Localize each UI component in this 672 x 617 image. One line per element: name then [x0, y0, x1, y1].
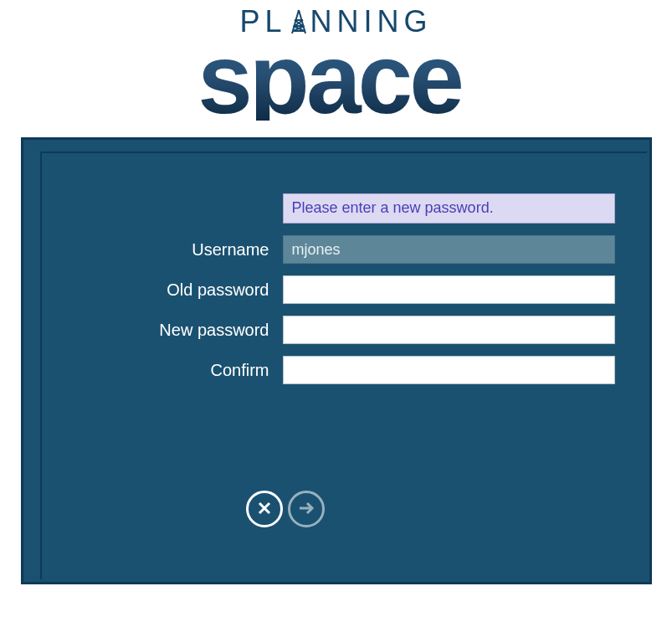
- close-icon: [256, 500, 273, 519]
- cancel-button[interactable]: [246, 491, 283, 527]
- instruction-message: Please enter a new password.: [283, 193, 615, 224]
- submit-button[interactable]: [288, 491, 325, 527]
- username-field: [283, 235, 615, 264]
- confirm-label: Confirm: [59, 361, 283, 380]
- logo-line2: space: [197, 37, 461, 121]
- action-bar: [246, 491, 325, 527]
- app-logo: PLNNING space™: [0, 0, 672, 121]
- panel-inner: Please enter a new password. Username Ol…: [40, 152, 647, 579]
- old-password-label: Old password: [59, 280, 283, 300]
- username-label: Username: [59, 240, 283, 260]
- arrow-right-icon: [297, 500, 315, 519]
- new-password-field[interactable]: [283, 316, 615, 344]
- old-password-field[interactable]: [283, 275, 615, 304]
- change-password-form: Please enter a new password. Username Ol…: [59, 193, 615, 396]
- confirm-password-field[interactable]: [283, 356, 615, 384]
- new-password-label: New password: [59, 321, 283, 340]
- login-panel: Please enter a new password. Username Ol…: [21, 137, 652, 584]
